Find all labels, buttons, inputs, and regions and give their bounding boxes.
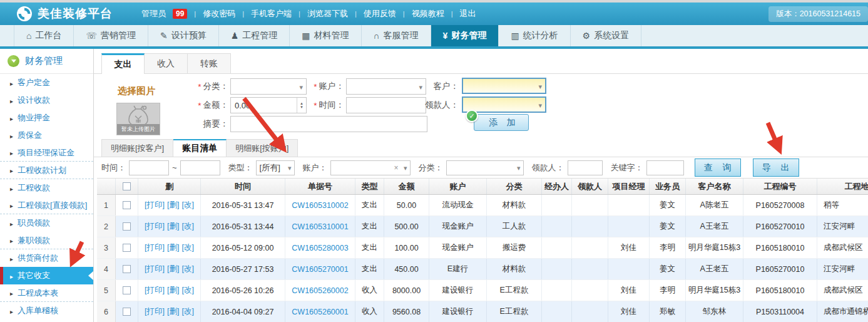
sidebar-item-project-payment[interactable]: 工程收款 (0, 179, 93, 197)
add-button[interactable]: 添 加 (474, 114, 529, 131)
tab-account-list[interactable]: 账目清单 (173, 139, 227, 157)
entry-form: 选择图片 暂未上传图片 *分类： *账户： 客户： *金额： 0 (94, 74, 868, 139)
row-checkbox[interactable] (123, 286, 131, 294)
main-nav: ⌂工作台☏营销管理✎设计预算♟工程管理▦材料管理∩客服管理¥财务管理▥统计分析⚙… (0, 25, 868, 49)
choose-image-label[interactable]: 选择图片 (118, 85, 155, 97)
menu-item[interactable]: 视频教程 (412, 8, 444, 19)
caret-icon (10, 219, 13, 228)
sidebar-item-parttime-withdraw[interactable]: 兼职领款 (0, 232, 93, 249)
sidebar-item-cost-table[interactable]: 工程成本表 (0, 284, 93, 302)
admin-label[interactable]: 管理员 (141, 8, 166, 19)
tab-income[interactable]: 收入 (145, 53, 188, 73)
sidebar-item-payment-plan[interactable]: 工程收款计划 (0, 162, 93, 179)
sidebar-header[interactable]: 财务管理 (0, 49, 93, 74)
tab-transfer[interactable]: 转账 (188, 53, 231, 73)
print-link[interactable]: [打印] (145, 264, 165, 274)
nav-tab-finance[interactable]: ¥财务管理 (431, 25, 499, 46)
menu-item[interactable]: 修改密码 (203, 8, 235, 19)
doc-no-link[interactable]: CW1605260002 (292, 286, 348, 295)
select-all-checkbox[interactable] (123, 182, 131, 190)
nav-tab-design-budget[interactable]: ✎设计预算 (148, 25, 219, 46)
cell-time: 2016-05-12 09:00 (201, 237, 285, 258)
nav-tab-customer-service[interactable]: ∩客服管理 (362, 25, 431, 46)
type-select[interactable]: [所有] (256, 160, 295, 175)
export-button[interactable]: 导 出 (753, 158, 799, 177)
doc-no-link[interactable]: CW1605270001 (292, 265, 348, 274)
cell-manager: 刘佳 (608, 280, 650, 301)
category-filter-select[interactable] (446, 160, 524, 175)
sidebar-item-customer-deposit[interactable]: 客户定金 (0, 74, 93, 91)
customer-select[interactable] (462, 78, 546, 94)
time-to-input[interactable] (180, 160, 220, 175)
nav-tab-statistics[interactable]: ▥统计分析 (499, 25, 570, 46)
delete-link[interactable]: [删] (167, 221, 179, 232)
nav-tab-marketing[interactable]: ☏营销管理 (74, 25, 148, 46)
dropdown-arrow-icon (517, 163, 521, 172)
tab-detail-by-customer[interactable]: 明细账[按客户] (101, 139, 173, 157)
cell-payee (572, 195, 608, 216)
print-link[interactable]: [打印] (145, 200, 165, 210)
delete-link[interactable]: [删] (167, 242, 179, 253)
keyword-input[interactable] (646, 160, 684, 175)
sidebar-item-warranty-deposit[interactable]: 质保金 (0, 127, 93, 144)
row-checkbox[interactable] (123, 265, 131, 273)
doc-no-link[interactable]: CW1605280003 (292, 244, 348, 252)
notification-badge[interactable]: 99 (173, 9, 187, 19)
delete-link[interactable]: [删] (167, 264, 179, 274)
sidebar-item-project-withdraw[interactable]: 工程领款[直接领款] (0, 197, 93, 214)
sidebar-item-design-payment[interactable]: 设计收款 (0, 91, 93, 109)
print-link[interactable]: [打印] (145, 306, 165, 317)
time-from-input[interactable] (129, 160, 169, 175)
tab-expense[interactable]: 支出 (101, 53, 145, 74)
doc-no-link[interactable]: CW1605310002 (292, 201, 348, 210)
sidebar-item-pm-deposit[interactable]: 项目经理保证金 (0, 144, 93, 162)
clear-icon[interactable]: × (394, 164, 399, 172)
cell-sales: 姜文 (650, 195, 686, 216)
nav-tab-system-settings[interactable]: ⚙系统设置 (571, 25, 642, 46)
print-link[interactable]: [打印] (145, 221, 165, 232)
column-header (116, 179, 138, 194)
row-checkbox[interactable] (123, 308, 131, 316)
sidebar-item-staff-withdraw[interactable]: 职员领款 (0, 214, 93, 232)
edit-link[interactable]: [改] (181, 221, 193, 232)
tab-detail-by-account[interactable]: 明细账[按账户] (227, 139, 298, 157)
row-checkbox[interactable] (123, 244, 131, 252)
account-filter-select[interactable]: × (330, 160, 411, 175)
nav-tab-workbench[interactable]: ⌂工作台 (14, 25, 74, 46)
search-button[interactable]: 查 询 (695, 158, 741, 177)
print-link[interactable]: [打印] (145, 285, 165, 296)
edit-link[interactable]: [改] (181, 264, 193, 274)
doc-no-link[interactable]: CW1605310001 (292, 222, 348, 231)
summary-input[interactable] (230, 116, 427, 132)
row-checkbox[interactable] (123, 201, 131, 209)
cell-handler (542, 237, 572, 258)
delete-link[interactable]: [删] (167, 200, 179, 210)
caret-icon (10, 131, 13, 140)
sidebar-item-supplier-payment[interactable]: 供货商付款 (0, 249, 93, 267)
row-checkbox[interactable] (123, 222, 131, 231)
edit-link[interactable]: [改] (181, 242, 193, 253)
edit-link[interactable]: [改] (181, 200, 193, 210)
payee-filter-input[interactable] (568, 160, 603, 175)
delete-link[interactable]: [删] (167, 306, 179, 317)
nav-tab-material[interactable]: ▦材料管理 (290, 25, 361, 46)
menu-item[interactable]: 使用反馈 (364, 8, 396, 19)
table-body: 1[打印][删][改]2016-05-31 13:47CW1605310002支… (97, 195, 868, 322)
filter-category-label: 分类： (419, 162, 443, 174)
menu-item[interactable]: 浏览器下载 (307, 8, 348, 19)
table-row: 6[打印][删][改]2016-04-04 09:27CW1605260001收… (97, 301, 868, 322)
doc-no-link[interactable]: CW1605260001 (292, 308, 348, 316)
edit-link[interactable]: [改] (181, 285, 193, 296)
image-placeholder[interactable]: 暂未上传图片 (116, 103, 160, 135)
menu-item[interactable]: 退出 (460, 8, 476, 19)
column-header (97, 179, 116, 194)
sidebar-item-other-income-expense[interactable]: 其它收支 (0, 267, 93, 284)
delete-link[interactable]: [删] (167, 285, 179, 296)
menu-item[interactable]: 手机客户端 (251, 8, 292, 19)
sidebar-item-property-deposit[interactable]: 物业押金 (0, 109, 93, 127)
sidebar-item-inbound-audit[interactable]: 入库单稽核 (0, 302, 93, 319)
sidebar-title: 财务管理 (25, 55, 63, 67)
print-link[interactable]: [打印] (145, 242, 165, 253)
nav-tab-project[interactable]: ♟工程管理 (219, 25, 290, 46)
edit-link[interactable]: [改] (181, 306, 193, 317)
